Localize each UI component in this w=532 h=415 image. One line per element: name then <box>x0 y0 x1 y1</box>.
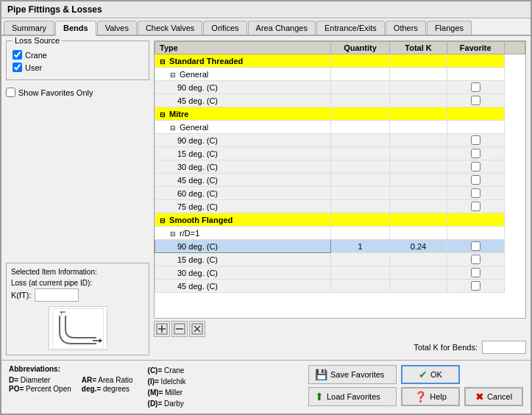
table-row[interactable]: 45 deg. (C) <box>155 174 525 187</box>
collapse-all-button[interactable] <box>171 321 188 337</box>
table-row[interactable]: ⊟ Standard Threaded <box>155 54 525 68</box>
ok-button[interactable]: ✔ OK <box>401 365 460 384</box>
total-k-label: Total K for Bends: <box>414 343 478 352</box>
user-row: User <box>13 63 143 72</box>
tree-table[interactable]: Type Quantity Total K Favorite ⊟ Standar… <box>154 40 526 319</box>
fav-checkbox[interactable] <box>471 175 480 185</box>
row-totalk <box>390 213 447 227</box>
row-qty <box>330 213 390 227</box>
load-icon: ⬆ <box>315 391 324 402</box>
table-row[interactable]: 45 deg. (C) <box>155 94 525 107</box>
row-totalk <box>390 174 447 187</box>
total-k-input[interactable]: 0.24 <box>482 341 526 354</box>
row-fav <box>447 54 504 68</box>
row-totalk <box>390 94 447 107</box>
table-row[interactable]: ⊟ General <box>155 121 525 134</box>
tab-orifices[interactable]: Orifices <box>203 21 247 35</box>
fav-checkbox[interactable] <box>471 149 480 158</box>
cancel-label: Cancel <box>487 392 512 401</box>
tab-check-valves[interactable]: Check Valves <box>138 21 202 35</box>
table-row[interactable]: ⊟ Smooth Flanged <box>155 213 525 227</box>
collapse-icon[interactable]: ⊟ <box>158 58 167 65</box>
row-fav <box>447 187 504 200</box>
table-row[interactable]: 15 deg. (C) <box>155 147 525 160</box>
tab-flanges[interactable]: Flanges <box>427 21 472 35</box>
abbrev-cols: D= Diameter PO= Percent Open AR= Area Ra… <box>9 376 133 393</box>
collapse-icon[interactable]: ⊟ <box>169 71 177 79</box>
fav-checkbox[interactable] <box>471 96 480 105</box>
expand-all-button[interactable] <box>154 321 170 337</box>
col-header-scroll <box>504 42 525 54</box>
save-favorites-button[interactable]: 💾 Save Favorites <box>308 365 397 384</box>
fav-checkbox[interactable] <box>471 162 480 171</box>
load-favorites-button[interactable]: ⬆ Load Favorites <box>308 387 397 406</box>
code-d: (D)= Darby <box>148 398 186 409</box>
x-icon: ✖ <box>475 391 484 402</box>
table-row[interactable]: ⊟ General <box>155 68 525 81</box>
fav-checkbox[interactable] <box>471 202 480 211</box>
fav-checkbox[interactable] <box>471 281 480 291</box>
table-row[interactable]: ⊟ r/D=1 <box>155 227 525 240</box>
table-row[interactable]: 90 deg. (C) <box>155 134 525 147</box>
crane-checkbox[interactable] <box>13 50 22 60</box>
fav-checkbox[interactable] <box>471 268 480 277</box>
collapse-icon[interactable]: ⊟ <box>169 124 177 132</box>
row-type: 15 deg. (C) <box>155 253 331 266</box>
table-row[interactable]: 90 deg. (C) <box>155 81 525 94</box>
row-totalk <box>390 227 447 240</box>
window-title: Pipe Fittings & Losses <box>7 4 102 15</box>
codes-section: (C)= Crane (I)= Idelchik (M)= Miller (D)… <box>148 365 186 409</box>
tab-area-changes[interactable]: Area Changes <box>248 21 316 35</box>
collapse-icon[interactable]: ⊟ <box>158 111 167 118</box>
table-row[interactable]: 30 deg. (C) <box>155 266 525 280</box>
tab-others[interactable]: Others <box>386 21 426 35</box>
bottom-buttons: 💾 Save Favorites ✔ OK ⬆ Load Favorites ❓… <box>308 365 523 406</box>
table-row[interactable]: 45 deg. (C) <box>155 280 525 293</box>
table-row[interactable]: 30 deg. (C) <box>155 160 525 174</box>
ok-label: OK <box>430 370 442 379</box>
row-type: ⊟ Smooth Flanged <box>155 213 331 227</box>
row-qty <box>330 54 390 68</box>
row-fav <box>447 121 504 134</box>
clear-button[interactable] <box>189 321 205 337</box>
table-row[interactable]: 15 deg. (C) <box>155 253 525 266</box>
fav-checkbox[interactable] <box>471 255 480 264</box>
collapse-icon[interactable]: ⊟ <box>158 217 167 224</box>
code-m: (M)= Miller <box>148 387 186 398</box>
fav-checkbox[interactable] <box>471 82 480 92</box>
fav-checkbox[interactable] <box>471 188 480 198</box>
row-type: 60 deg. (C) <box>155 187 331 200</box>
row-type: 75 deg. (C) <box>155 200 331 213</box>
table-row[interactable]: 60 deg. (C) <box>155 187 525 200</box>
tab-entrance-exits[interactable]: Entrance/Exits <box>316 21 385 35</box>
abbrev-po: PO= Percent Open <box>9 385 71 393</box>
row-qty <box>330 253 390 266</box>
row-totalk <box>390 134 447 147</box>
tab-summary[interactable]: Summary <box>4 21 54 35</box>
user-checkbox[interactable] <box>13 63 22 72</box>
row-fav <box>447 280 504 293</box>
table-row[interactable]: ⊟ Mitre <box>155 107 525 121</box>
help-button[interactable]: ❓ Help <box>401 387 460 406</box>
collapse-icon[interactable]: ⊟ <box>169 230 177 238</box>
row-type: 45 deg. (C) <box>155 280 331 293</box>
tab-valves[interactable]: Valves <box>97 21 137 35</box>
fav-checkbox[interactable] <box>471 241 480 251</box>
tab-bends[interactable]: Bends <box>55 21 96 36</box>
left-panel: Loss Source Crane User Show Favorites On… <box>6 40 149 355</box>
row-type: ⊟ r/D=1 <box>155 227 331 240</box>
show-favorites-checkbox[interactable] <box>6 88 15 97</box>
fav-checkbox[interactable] <box>471 135 480 145</box>
row-fav <box>447 227 504 240</box>
table-row[interactable]: 90 deg. (C) 1 0.24 <box>155 240 525 253</box>
toolbar-row <box>154 319 526 339</box>
code-i: (I)= Idelchik <box>148 376 186 387</box>
kft-input[interactable]: 0.24 <box>35 288 79 302</box>
row-qty <box>330 200 390 213</box>
table-row[interactable]: 75 deg. (C) <box>155 200 525 213</box>
user-label: User <box>25 63 42 72</box>
check-icon: ✔ <box>419 369 428 380</box>
abbrev-d: D= Diameter <box>9 376 71 384</box>
cancel-button[interactable]: ✖ Cancel <box>464 387 523 406</box>
row-fav <box>447 134 504 147</box>
